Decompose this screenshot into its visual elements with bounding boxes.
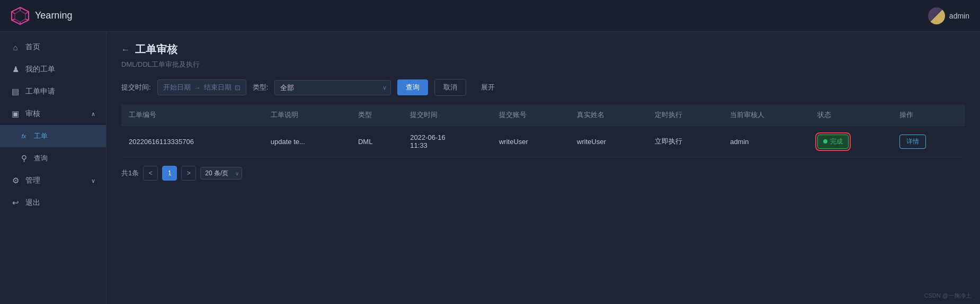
status-label: 完成 bbox=[830, 137, 843, 146]
sidebar-item-order-apply[interactable]: ▤ 工单申请 bbox=[0, 81, 106, 103]
sidebar: ⌂ 首页 ♟ 我的工单 ▤ 工单申请 ▣ 审核 ∧ fx 工单 ⚲ 查询 bbox=[0, 32, 106, 304]
next-page-button[interactable]: > bbox=[181, 166, 196, 181]
type-filter-label: 类型: bbox=[253, 83, 269, 92]
col-submit-account: 提交账号 bbox=[492, 104, 569, 126]
total-count: 共1条 bbox=[121, 168, 139, 178]
cell-submit-account: writeUser bbox=[492, 126, 569, 157]
col-order-id: 工单编号 bbox=[121, 104, 263, 126]
prev-page-button[interactable]: < bbox=[143, 166, 158, 181]
cell-status: 完成 bbox=[810, 126, 892, 157]
logout-icon: ↩ bbox=[11, 198, 20, 208]
status-dot bbox=[823, 139, 827, 144]
gear-icon: ⚙ bbox=[11, 176, 20, 185]
date-range-picker[interactable]: 开始日期 → 结束日期 ⊡ bbox=[157, 79, 246, 95]
sidebar-item-my-orders[interactable]: ♟ 我的工单 bbox=[0, 58, 106, 81]
detail-button[interactable]: 详情 bbox=[899, 135, 926, 149]
orders-table-wrapper: 工单编号 工单说明 类型 提交时间 提交账号 真实姓名 定时执行 当前审核人 状… bbox=[121, 104, 965, 157]
orders-table: 工单编号 工单说明 类型 提交时间 提交账号 真实姓名 定时执行 当前审核人 状… bbox=[121, 104, 965, 157]
table-row: 20220616113335706 update te... DML 2022-… bbox=[121, 126, 965, 157]
sidebar-item-audit[interactable]: ▣ 审核 ∧ bbox=[0, 103, 106, 125]
sidebar-item-manage[interactable]: ⚙ 管理 ∨ bbox=[0, 169, 106, 192]
search-icon: ⚲ bbox=[19, 154, 29, 163]
query-button[interactable]: 查询 bbox=[397, 79, 428, 95]
cell-type: DML bbox=[351, 126, 403, 157]
page-size-select[interactable]: 10 条/页 20 条/页 50 条/页 bbox=[200, 167, 242, 180]
chevron-down-icon: ∨ bbox=[91, 177, 95, 184]
main-content: ← 工单审核 DML/DDL工单审批及执行 提交时间: 开始日期 → 结束日期 … bbox=[106, 32, 980, 304]
page-header: ← 工单审核 bbox=[121, 42, 965, 57]
col-scheduled: 定时执行 bbox=[647, 104, 723, 126]
date-arrow: → bbox=[194, 84, 201, 92]
expand-button[interactable]: 展开 bbox=[473, 79, 503, 95]
app-header: Yearning admin bbox=[0, 0, 980, 32]
cell-real-name: writeUser bbox=[569, 126, 647, 157]
sidebar-item-label: 退出 bbox=[25, 198, 40, 208]
calendar-icon: ⊡ bbox=[235, 84, 240, 92]
sidebar-item-label: 查询 bbox=[34, 154, 48, 163]
user-area: admin bbox=[928, 7, 969, 24]
col-type: 类型 bbox=[351, 104, 403, 126]
time-filter-label: 提交时间: bbox=[121, 83, 151, 92]
pagination: 共1条 < 1 > 10 条/页 20 条/页 50 条/页 bbox=[121, 166, 965, 181]
type-select-wrapper: 全部 DML DDL bbox=[274, 80, 391, 95]
app-title: Yearning bbox=[35, 10, 72, 21]
date-end-placeholder: 结束日期 bbox=[204, 83, 231, 92]
page-title: 工单审核 bbox=[135, 42, 177, 57]
cell-reviewer: admin bbox=[723, 126, 810, 157]
sidebar-item-logout[interactable]: ↩ 退出 bbox=[0, 192, 106, 214]
svg-marker-1 bbox=[15, 11, 25, 22]
user-name: admin bbox=[949, 12, 969, 20]
logo-icon bbox=[11, 6, 30, 25]
col-action: 操作 bbox=[892, 104, 965, 126]
col-submit-time: 提交时间 bbox=[403, 104, 492, 126]
sidebar-item-label: 我的工单 bbox=[25, 65, 55, 74]
sidebar-item-audit-orders[interactable]: fx 工单 bbox=[0, 125, 106, 147]
cell-order-id: 20220616113335706 bbox=[121, 126, 263, 157]
sidebar-item-label: 工单申请 bbox=[25, 87, 55, 96]
status-badge: 完成 bbox=[817, 135, 849, 149]
sidebar-item-label: 审核 bbox=[25, 109, 40, 119]
cell-description: update te... bbox=[263, 126, 351, 157]
col-reviewer: 当前审核人 bbox=[723, 104, 810, 126]
cell-scheduled: 立即执行 bbox=[647, 126, 723, 157]
cell-submit-time: 2022-06-1611:33 bbox=[403, 126, 492, 157]
chevron-up-icon: ∧ bbox=[91, 111, 95, 118]
fx-icon: fx bbox=[19, 133, 29, 139]
watermark: CSDN @一掬净土 bbox=[924, 292, 972, 300]
cell-action: 详情 bbox=[892, 126, 965, 157]
page-size-wrapper: 10 条/页 20 条/页 50 条/页 bbox=[200, 167, 242, 180]
type-select[interactable]: 全部 DML DDL bbox=[274, 80, 391, 95]
main-layout: ⌂ 首页 ♟ 我的工单 ▤ 工单申请 ▣ 审核 ∧ fx 工单 ⚲ 查询 bbox=[0, 32, 980, 304]
col-status: 状态 bbox=[810, 104, 892, 126]
page-subtitle: DML/DDL工单审批及执行 bbox=[121, 60, 965, 69]
sidebar-item-audit-query[interactable]: ⚲ 查询 bbox=[0, 147, 106, 169]
user-avatar bbox=[928, 7, 945, 24]
sidebar-item-label: 工单 bbox=[34, 131, 48, 141]
col-real-name: 真实姓名 bbox=[569, 104, 647, 126]
home-icon: ⌂ bbox=[11, 43, 20, 52]
page-1-button[interactable]: 1 bbox=[162, 166, 177, 181]
form-icon: ▤ bbox=[11, 87, 20, 96]
filter-bar: 提交时间: 开始日期 → 结束日期 ⊡ 类型: 全部 DML DDL 查询 取消… bbox=[121, 79, 965, 96]
sidebar-item-home[interactable]: ⌂ 首页 bbox=[0, 36, 106, 58]
date-start-placeholder: 开始日期 bbox=[163, 83, 191, 92]
col-description: 工单说明 bbox=[263, 104, 351, 126]
audit-icon: ▣ bbox=[11, 109, 20, 119]
back-button[interactable]: ← bbox=[121, 45, 130, 55]
table-header-row: 工单编号 工单说明 类型 提交时间 提交账号 真实姓名 定时执行 当前审核人 状… bbox=[121, 104, 965, 126]
sidebar-item-label: 首页 bbox=[25, 42, 40, 52]
cancel-button[interactable]: 取消 bbox=[434, 79, 466, 96]
logo-area: Yearning bbox=[11, 6, 72, 25]
person-icon: ♟ bbox=[11, 65, 20, 74]
sidebar-item-label: 管理 bbox=[25, 176, 40, 185]
